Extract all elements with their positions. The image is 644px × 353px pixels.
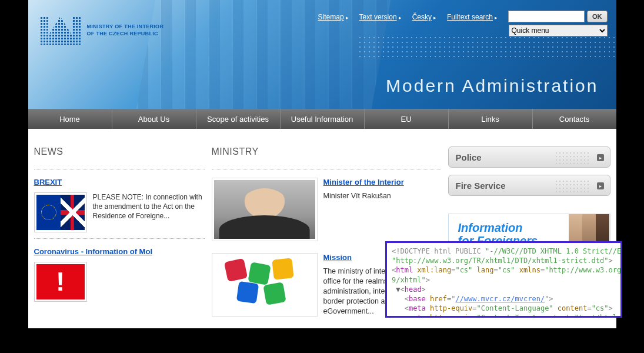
nav-useful[interactable]: Useful Information (281, 109, 365, 129)
mission-image[interactable] (212, 253, 318, 317)
logo-text: MINISTRY OF THE INTERIOR OF THE CZECH RE… (87, 24, 164, 37)
tagline: Modern Administration (386, 76, 598, 96)
dots-decoration (555, 151, 590, 164)
fire-label: Fire Service (456, 181, 506, 191)
chevron-right-icon: ▸ (399, 15, 402, 21)
alert-icon: ! (36, 264, 85, 299)
police-label: Police (456, 152, 482, 162)
ministry-heading: MINISTRY (212, 146, 441, 157)
police-button[interactable]: Police ▸ (448, 146, 610, 168)
devtools-panel[interactable]: <!DOCTYPE html PUBLIC "-//W3C//DTD XHTML… (385, 241, 622, 318)
portrait-image (214, 180, 315, 239)
site-header: MINISTRY OF THE INTERIOR OF THE CZECH RE… (28, 0, 616, 109)
dots-decoration (555, 179, 590, 192)
news-heading: NEWS (34, 146, 205, 157)
news-covid-link[interactable]: Coronavirus - Information of MoI (34, 247, 205, 256)
nav-links[interactable]: Links (449, 109, 533, 129)
chevron-right-icon: ▸ (346, 15, 349, 21)
cesky-link[interactable]: Česky (412, 13, 432, 21)
nav-eu[interactable]: EU (365, 109, 449, 129)
news-covid-thumb[interactable]: ! (34, 262, 87, 302)
nav-home[interactable]: Home (28, 109, 112, 129)
minister-photo[interactable] (212, 178, 318, 241)
search-input[interactable] (508, 11, 585, 22)
nav-scope[interactable]: Scope of activities (196, 109, 281, 129)
fulltext-search-link[interactable]: Fulltext search (447, 13, 493, 21)
minister-text: Minister Vít Rakušan (323, 191, 441, 201)
chevron-right-icon: ▸ (433, 15, 436, 21)
sitemap-link[interactable]: Sitemap (318, 13, 344, 21)
nav-contacts[interactable]: Contacts (533, 109, 616, 129)
news-brexit-text: PLEASE NOTE: In connection with the amen… (93, 192, 205, 232)
brexit-flag-icon (36, 195, 85, 230)
top-links: Sitemap▸ Text version▸ Česky▸ Fulltext s… (318, 11, 608, 22)
divider (212, 169, 441, 169)
puzzle-icon (214, 255, 315, 314)
divider (34, 238, 205, 239)
text-version-link[interactable]: Text version (359, 13, 397, 21)
nav-about[interactable]: About Us (112, 109, 196, 129)
news-brexit-link[interactable]: BREXIT (34, 178, 205, 187)
base-href-link[interactable]: //www.mvcr.cz/mvcren/ (455, 295, 545, 303)
quick-menu-select[interactable]: Quick menu (509, 25, 608, 36)
news-brexit-thumb[interactable] (34, 192, 87, 232)
divider (34, 169, 205, 169)
search-ok-button[interactable]: OK (587, 11, 608, 22)
arrow-right-icon: ▸ (597, 154, 604, 161)
chevron-right-icon: ▸ (495, 15, 498, 21)
site-logo[interactable]: MINISTRY OF THE INTERIOR OF THE CZECH RE… (40, 16, 164, 45)
logo-icon (40, 16, 81, 45)
arrow-right-icon: ▸ (597, 182, 604, 189)
fire-service-button[interactable]: Fire Service ▸ (448, 175, 610, 196)
main-nav: Home About Us Scope of activities Useful… (28, 109, 616, 129)
minister-link[interactable]: Minister of the Interior (323, 178, 441, 187)
